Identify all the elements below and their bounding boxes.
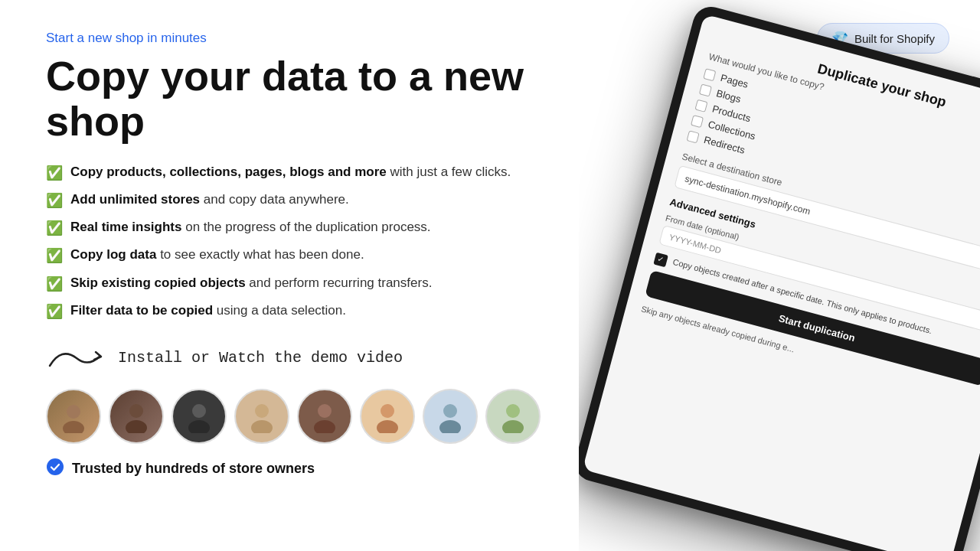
avatar-2 bbox=[109, 389, 164, 444]
svg-point-7 bbox=[251, 420, 273, 433]
check-icon-6: ✅ bbox=[46, 302, 63, 321]
checkbox-checked-icon: ✓ bbox=[653, 253, 668, 268]
tablet-mockup: Duplicate your shop What would you like … bbox=[579, 3, 980, 551]
svg-point-1 bbox=[63, 421, 84, 433]
trusted-badge: Trusted by hundreds of store owners bbox=[46, 458, 541, 481]
demo-text[interactable]: Install or Watch the demo video bbox=[118, 349, 403, 367]
feature-6: ✅ Filter data to be copied using a data … bbox=[46, 302, 541, 321]
feature-4-text: Copy log data to see exactly what has be… bbox=[70, 246, 364, 264]
built-badge-label: Built for Shopify bbox=[854, 32, 935, 45]
svg-point-10 bbox=[381, 404, 394, 418]
avatar-7 bbox=[423, 389, 478, 444]
avatar-4 bbox=[234, 389, 289, 444]
arrow-icon bbox=[46, 343, 107, 373]
avatars-row bbox=[46, 389, 541, 444]
svg-point-11 bbox=[377, 420, 398, 433]
feature-2-bold: Add unlimited stores bbox=[70, 192, 200, 207]
check-icon-1: ✅ bbox=[46, 164, 63, 183]
main-title: Copy your data to a new shop bbox=[46, 54, 541, 145]
svg-point-16 bbox=[47, 458, 64, 475]
svg-point-13 bbox=[439, 420, 461, 433]
features-list: ✅ Copy products, collections, pages, blo… bbox=[46, 163, 541, 321]
right-panel: 💎 Built for Shopify Duplicate your shop … bbox=[579, 0, 980, 551]
feature-5-bold: Skip existing copied objects bbox=[70, 276, 246, 290]
avatar-6 bbox=[360, 389, 415, 444]
feature-2-text: Add unlimited stores and copy data anywh… bbox=[70, 191, 349, 209]
avatar-5 bbox=[297, 389, 352, 444]
feature-1-text: Copy products, collections, pages, blogs… bbox=[70, 163, 511, 181]
check-icon-3: ✅ bbox=[46, 219, 63, 238]
feature-6-bold: Filter data to be copied bbox=[70, 303, 213, 318]
checkbox-label-pages: Pages bbox=[720, 72, 750, 90]
feature-5-text: Skip existing copied objects and perform… bbox=[70, 274, 432, 292]
left-panel: Start a new shop in minutes Copy your da… bbox=[0, 0, 579, 551]
checkbox-box-redirects[interactable] bbox=[687, 130, 700, 143]
svg-point-9 bbox=[314, 420, 335, 433]
check-icon-4: ✅ bbox=[46, 246, 63, 266]
tagline: Start a new shop in minutes bbox=[46, 31, 541, 46]
feature-4-bold: Copy log data bbox=[70, 247, 156, 262]
feature-3-text: Real time insights on the progress of th… bbox=[70, 218, 431, 236]
svg-point-12 bbox=[443, 404, 457, 418]
svg-point-8 bbox=[318, 404, 332, 418]
svg-point-2 bbox=[129, 404, 143, 418]
avatar-1 bbox=[46, 389, 101, 444]
avatar-3 bbox=[172, 389, 227, 444]
demo-section: Install or Watch the demo video bbox=[46, 343, 541, 373]
tablet-outer: Duplicate your shop What would you like … bbox=[579, 3, 980, 551]
svg-point-3 bbox=[126, 420, 147, 433]
checkbox-box-blogs[interactable] bbox=[699, 83, 712, 96]
svg-point-14 bbox=[506, 404, 520, 418]
trusted-text: Trusted by hundreds of store owners bbox=[72, 461, 315, 477]
checkbox-box-pages[interactable] bbox=[703, 68, 716, 81]
feature-3: ✅ Real time insights on the progress of … bbox=[46, 218, 541, 238]
check-icon-2: ✅ bbox=[46, 191, 63, 210]
svg-point-5 bbox=[188, 420, 210, 433]
checkbox-label-blogs: Blogs bbox=[715, 87, 742, 105]
feature-5: ✅ Skip existing copied objects and perfo… bbox=[46, 274, 541, 294]
tablet-screen: Duplicate your shop What would you like … bbox=[583, 14, 980, 551]
svg-point-0 bbox=[67, 405, 80, 419]
feature-6-text: Filter data to be copied using a data se… bbox=[70, 302, 346, 320]
feature-2: ✅ Add unlimited stores and copy data any… bbox=[46, 191, 541, 210]
feature-4: ✅ Copy log data to see exactly what has … bbox=[46, 246, 541, 266]
checkbox-box-collections[interactable] bbox=[691, 115, 704, 128]
feature-1: ✅ Copy products, collections, pages, blo… bbox=[46, 163, 541, 183]
svg-point-15 bbox=[502, 420, 524, 433]
feature-1-bold: Copy products, collections, pages, blogs… bbox=[70, 165, 387, 179]
svg-point-4 bbox=[192, 404, 206, 418]
trusted-check-icon bbox=[46, 458, 64, 481]
feature-3-bold: Real time insights bbox=[70, 220, 181, 234]
avatar-8 bbox=[485, 389, 541, 444]
checkbox-box-products[interactable] bbox=[695, 99, 708, 112]
svg-point-6 bbox=[255, 404, 269, 418]
check-icon-5: ✅ bbox=[46, 275, 63, 294]
